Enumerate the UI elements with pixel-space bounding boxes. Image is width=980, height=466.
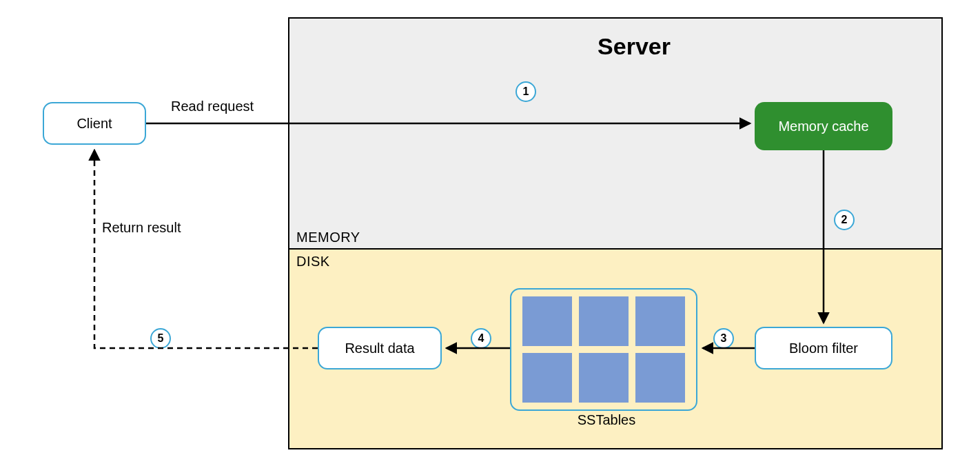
- arrow-result-to-client: [94, 150, 318, 348]
- step-3-badge: 3: [713, 328, 734, 349]
- sstable-block: [522, 296, 572, 346]
- step-1-badge: 1: [515, 81, 536, 102]
- result-data-label: Result data: [345, 341, 414, 356]
- client-label: Client: [76, 116, 112, 132]
- return-result-label: Return result: [102, 220, 181, 236]
- read-request-label: Read request: [171, 99, 254, 114]
- sstable-block: [579, 353, 629, 403]
- step-2-badge: 2: [834, 210, 855, 230]
- sstables-box: [510, 288, 697, 411]
- sstable-block: [635, 296, 685, 346]
- sstable-block: [522, 353, 572, 403]
- step-3-num: 3: [721, 332, 727, 345]
- bloom-filter-box: Bloom filter: [755, 327, 892, 369]
- memory-cache-box: Memory cache: [755, 102, 892, 150]
- result-data-box: Result data: [318, 327, 442, 369]
- step-5-badge: 5: [150, 328, 171, 349]
- step-2-num: 2: [841, 214, 848, 226]
- sstables-label: SSTables: [565, 412, 648, 428]
- disk-label: DISK: [296, 254, 330, 270]
- memory-label: MEMORY: [296, 230, 360, 245]
- memory-cache-label: Memory cache: [778, 119, 868, 134]
- step-5-num: 5: [158, 332, 164, 345]
- step-4-num: 4: [478, 332, 484, 345]
- sstable-block: [635, 353, 685, 403]
- step-4-badge: 4: [471, 328, 491, 349]
- client-box: Client: [43, 102, 146, 145]
- server-title: Server: [565, 33, 703, 60]
- sstable-block: [579, 296, 629, 346]
- step-1-num: 1: [523, 85, 529, 98]
- bloom-filter-label: Bloom filter: [789, 341, 858, 356]
